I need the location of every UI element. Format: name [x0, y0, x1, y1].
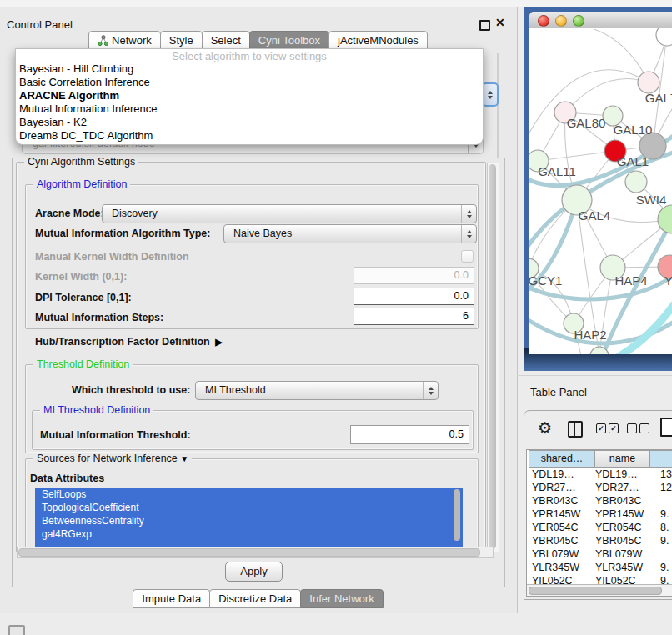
attributes-scrollbar-thumb[interactable] [454, 489, 460, 541]
node-label: Y [664, 273, 672, 288]
apply-button[interactable]: Apply [225, 562, 283, 582]
aracne-mode-label: Aracne Mode: [35, 208, 104, 219]
gear-icon[interactable]: ⚙ [538, 418, 552, 438]
table-panel-title: Table Panel [530, 386, 587, 398]
settings-horizontal-scrollbar[interactable] [17, 547, 494, 558]
table-header: shared…name [527, 450, 672, 468]
algorithm-option[interactable]: Bayesian - K2 [16, 116, 483, 129]
kernel-width-label: Kernel Width (0,1): [35, 271, 127, 282]
table-row[interactable]: YER054CYER054C8. [527, 521, 672, 534]
node-label: GAL80 [567, 116, 606, 130]
network-icon [98, 35, 108, 46]
combo-spinner-icon [423, 382, 438, 399]
mi-steps-label: Mutual Information Steps: [35, 312, 163, 323]
table-row[interactable]: YDR27…YDR27…12 [527, 481, 672, 494]
settings-vertical-scrollbar[interactable] [487, 162, 499, 552]
float-window-icon[interactable] [479, 20, 490, 31]
table-row[interactable]: YPR145WYPR145W9. [527, 508, 672, 521]
tab-cyni-toolbox[interactable]: Cyni Toolbox [249, 31, 329, 50]
columns-icon[interactable] [568, 421, 583, 438]
tab-discretize-data[interactable]: Discretize Data [209, 589, 301, 608]
table-row[interactable]: YBR045CYBR045C9. [527, 534, 672, 548]
collapse-down-icon: ▼ [180, 454, 188, 463]
tab-impute-data[interactable]: Impute Data [133, 589, 210, 608]
tab-network[interactable]: Network [88, 31, 161, 50]
algorithm-option[interactable]: Mutual Information Inference [16, 102, 483, 116]
kernel-width-input: 0.0 [354, 267, 474, 284]
tab-select[interactable]: Select [202, 31, 250, 50]
data-attributes-list[interactable]: SelfLoopsTopologicalCoefficientBetweenne… [35, 488, 463, 548]
unchecked-boxes-icon[interactable] [627, 423, 649, 433]
algorithm-option[interactable]: Bayesian - Hill Climbing [16, 62, 483, 76]
table-rows: YDL19…YDL19…13YDR27…YDR27…12YBR043CYBR04… [527, 468, 672, 584]
table-panel: ⚙ ✓✓ shared…name YDL19…YDL19…13YDR27…YDR… [524, 410, 672, 600]
collapsed-panel-icon[interactable] [8, 625, 25, 635]
tab-jactivemnodules[interactable]: jActiveMNodules [328, 31, 428, 50]
control-panel-title: Control Panel [7, 18, 73, 31]
tab-style[interactable]: Style [160, 31, 203, 50]
sources-title[interactable]: Sources for Network Inference ▼ [33, 452, 192, 464]
table-row[interactable]: YBL079WYBL079W [527, 548, 672, 561]
which-threshold-combo[interactable]: MI Threshold [195, 381, 439, 400]
column-header[interactable]: shared… [529, 450, 595, 468]
algorithm-dropdown-placeholder: Select algorithm to view settings [16, 50, 483, 62]
network-canvas[interactable]: GAL7GAL80GAL10GAL1GAL11GAL4SWI4GCY1HAP4Y… [529, 28, 672, 354]
network-node[interactable] [625, 171, 647, 192]
dpi-tolerance-label: DPI Tolerance [0,1]: [35, 292, 132, 303]
attribute-item[interactable]: BetweennessCentrality [35, 514, 463, 528]
threshold-definition-title: Threshold Definition [33, 358, 133, 370]
node-label: SWI4 [636, 192, 667, 207]
node-label: GAL10 [614, 122, 653, 137]
mi-type-label: Mutual Information Algorithm Type: [35, 228, 210, 239]
node-label: HAP4 [614, 273, 647, 288]
screen: Control Panel ✕ NetworkStyleSelectCyni T… [0, 0, 672, 635]
table-row[interactable]: YBR043CYBR043C [527, 494, 672, 508]
mi-steps-input[interactable]: 6 [354, 308, 474, 325]
mi-threshold-title: MI Threshold Definition [40, 404, 153, 416]
algorithm-option[interactable]: Basic Correlation Inference [16, 76, 483, 89]
checked-boxes-icon[interactable]: ✓✓ [596, 423, 619, 433]
cyni-algorithm-settings-title: Cyni Algorithm Settings [24, 156, 138, 168]
close-icon[interactable]: ✕ [495, 16, 505, 29]
table-horizontal-scrollbar[interactable] [527, 584, 672, 596]
scrollbar-thumb[interactable] [529, 587, 662, 595]
table-row[interactable]: YLR345WYLR345W9. [527, 561, 672, 574]
document-icon[interactable] [660, 418, 672, 437]
algorithm-option[interactable]: Dream8 DC_TDC Algorithm [16, 129, 483, 142]
node-label: GAL4 [579, 208, 610, 222]
network-node[interactable] [656, 28, 672, 46]
tab-infer-network[interactable]: Infer Network [300, 589, 383, 608]
combo-spinner-icon [461, 225, 476, 242]
column-header[interactable] [649, 450, 672, 468]
node-label: HAP2 [574, 328, 606, 342]
dpi-tolerance-input[interactable]: 0.0 [354, 288, 474, 305]
node-label: GAL1 [617, 154, 649, 168]
algorithm-option[interactable]: ARACNE Algorithm [16, 89, 483, 102]
attribute-item[interactable]: gal4RGexp [35, 528, 463, 541]
mi-type-combo[interactable]: Naive Bayes [223, 224, 477, 243]
mi-threshold-input[interactable]: 0.5 [350, 425, 469, 444]
hub-definition-toggle[interactable]: Hub/Transcription Factor Definition ▶ [35, 336, 223, 348]
aracne-mode-combo[interactable]: Discovery [102, 204, 477, 223]
aracne-mode-value: Discovery [112, 205, 158, 222]
which-threshold-label: Which threshold to use: [72, 384, 190, 396]
table-row[interactable]: YIL052CYIL052C9. [527, 574, 672, 584]
algorithm-option-list: Bayesian - Hill ClimbingBasic Correlatio… [16, 62, 483, 142]
focused-combo-spinner[interactable] [482, 82, 499, 107]
bottom-tabs: Impute DataDiscretize DataInfer Network [0, 589, 517, 609]
close-traffic-light-icon[interactable] [538, 15, 549, 27]
attribute-item[interactable]: SelfLoops [35, 488, 463, 501]
zoom-traffic-light-icon[interactable] [573, 15, 584, 27]
node-label: GAL11 [538, 164, 576, 178]
attribute-item[interactable]: TopologicalCoefficient [35, 501, 463, 514]
table-row[interactable]: YDL19…YDL19…13 [527, 468, 672, 481]
expand-right-icon: ▶ [213, 337, 223, 347]
scrollbar-thumb[interactable] [18, 548, 480, 557]
column-header[interactable]: name [594, 450, 650, 468]
minimize-traffic-light-icon[interactable] [555, 15, 567, 27]
which-threshold-value: MI Threshold [205, 382, 266, 399]
network-window-titlebar[interactable] [529, 12, 672, 28]
algorithm-definition-title: Algorithm Definition [33, 178, 130, 190]
mi-type-value: Naive Bayes [233, 225, 292, 242]
scrollbar-thumb[interactable] [489, 164, 496, 549]
